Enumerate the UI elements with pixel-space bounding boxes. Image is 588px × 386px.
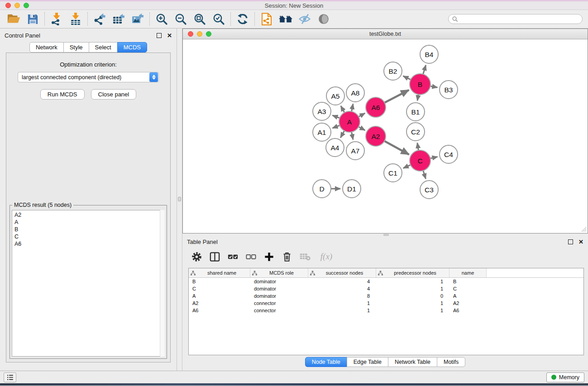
delete-columns-button[interactable] (279, 249, 295, 264)
run-mcds-button[interactable]: Run MCDS (40, 89, 85, 100)
search-input[interactable] (460, 16, 578, 22)
export-image-button[interactable] (129, 11, 146, 27)
network-canvas[interactable]: B4B2B3A8A5A3B1A1C2A4A7C4C1C3DD1BA6AA2C (183, 39, 588, 233)
vertical-split-divider[interactable] (177, 29, 182, 371)
column-header-name[interactable]: name (449, 268, 487, 277)
tab-mcds[interactable]: MCDS (117, 42, 147, 52)
mcds-result-item[interactable]: A6 (14, 240, 164, 248)
table-cell[interactable]: dominator (250, 278, 308, 285)
graph-node-B1[interactable]: B1 (406, 103, 425, 121)
graph-node-B2[interactable]: B2 (384, 62, 402, 80)
zoom-in-button[interactable] (153, 11, 170, 27)
graph-node-A7[interactable]: A7 (346, 142, 364, 160)
table-cell[interactable]: 1 (308, 300, 376, 307)
table-cell[interactable]: A (449, 292, 487, 300)
mcds-result-item[interactable]: B (14, 226, 164, 233)
tab-node-table[interactable]: Node Table (305, 357, 347, 367)
table-cell[interactable]: 8 (308, 292, 376, 300)
zoom-out-button[interactable] (172, 11, 189, 27)
network-graph[interactable]: B4B2B3A8A5A3B1A1C2A4A7C4C1C3DD1BA6AA2C (183, 39, 588, 233)
result-list-scrollbar[interactable] (160, 210, 165, 357)
houses-button[interactable] (277, 11, 294, 27)
network-zoom-icon[interactable] (206, 31, 211, 37)
table-row[interactable]: Cdominator41C (189, 285, 583, 292)
document-network-button[interactable] (258, 11, 275, 27)
mcds-result-item[interactable]: A2 (14, 211, 164, 219)
graph-node-D1[interactable]: D1 (343, 180, 361, 198)
minimize-window-icon[interactable] (14, 3, 20, 8)
tab-network[interactable]: Network (29, 42, 64, 52)
memory-button[interactable]: Memory (546, 372, 584, 382)
show-columns-button[interactable] (207, 249, 222, 264)
search-field[interactable] (448, 14, 583, 24)
column-header-mcds-role[interactable]: MCDS role (250, 268, 308, 277)
graph-node-B[interactable]: B (410, 74, 430, 95)
graph-node-A2[interactable]: A2 (366, 126, 386, 146)
network-close-icon[interactable] (188, 31, 193, 37)
table-cell[interactable]: dominator (250, 285, 308, 292)
graph-node-C3[interactable]: C3 (420, 181, 438, 199)
table-cell[interactable]: 1 (376, 300, 449, 307)
column-header-successor-nodes[interactable]: successor nodes (308, 268, 376, 277)
graph-node-A6[interactable]: A6 (366, 97, 386, 117)
table-cell[interactable]: 1 (376, 278, 449, 285)
graph-node-A8[interactable]: A8 (346, 84, 364, 102)
table-panel-close-icon[interactable]: ✕ (578, 239, 583, 245)
table-cell[interactable]: C (189, 285, 250, 292)
control-panel-close-icon[interactable]: ✕ (167, 33, 172, 38)
tab-motifs[interactable]: Motifs (437, 357, 465, 367)
select-all-columns-button[interactable] (225, 249, 240, 264)
graph-node-A3[interactable]: A3 (313, 102, 331, 120)
control-panel-float-icon[interactable] (157, 33, 162, 38)
refresh-button[interactable] (234, 11, 251, 27)
import-table-button[interactable] (67, 11, 84, 27)
eye-button[interactable] (316, 11, 332, 27)
table-settings-button[interactable] (189, 249, 204, 264)
divider-grip[interactable] (383, 234, 389, 236)
mcds-result-item[interactable]: C (14, 233, 164, 240)
graph-node-C[interactable]: C (410, 150, 430, 171)
network-minimize-icon[interactable] (197, 31, 202, 37)
import-network-button[interactable] (48, 11, 65, 27)
table-cell[interactable]: B (189, 278, 250, 285)
graph-node-A[interactable]: A (339, 111, 360, 132)
task-history-button[interactable] (4, 372, 16, 382)
graph-node-A1[interactable]: A1 (313, 123, 331, 141)
table-cell[interactable]: A2 (449, 300, 487, 307)
graph-node-C1[interactable]: C1 (384, 164, 402, 182)
export-network-button[interactable] (91, 11, 108, 27)
zoom-fit-button[interactable] (191, 11, 208, 27)
table-cell[interactable]: B (449, 278, 487, 285)
table-cell[interactable]: 1 (376, 307, 449, 314)
column-header-predecessor-nodes[interactable]: predecessor nodes (376, 268, 449, 277)
export-table-button[interactable] (110, 11, 127, 27)
table-row[interactable]: A2connector11A2 (189, 300, 583, 307)
graph-node-B4[interactable]: B4 (420, 45, 438, 63)
save-session-button[interactable] (24, 11, 41, 27)
table-row[interactable]: Bdominator41B (189, 278, 583, 285)
criterion-select[interactable]: largest connected component (directed) (18, 72, 159, 82)
table-cell[interactable]: connector (250, 307, 308, 314)
table-cell[interactable]: 0 (376, 292, 449, 300)
table-cell[interactable]: A (189, 292, 250, 300)
network-window-titlebar[interactable]: testGlobe.txt (183, 29, 588, 39)
table-cell[interactable]: 1 (376, 285, 449, 292)
table-cell[interactable]: A2 (189, 300, 250, 307)
table-cell[interactable]: connector (250, 300, 308, 307)
graph-node-C4[interactable]: C4 (440, 145, 458, 163)
column-header-shared-name[interactable]: shared name (189, 268, 250, 277)
tab-network-table[interactable]: Network Table (388, 357, 437, 367)
eye-hidden-button[interactable] (296, 11, 313, 27)
function-builder-button[interactable]: f(x) (316, 249, 337, 264)
tab-select[interactable]: Select (89, 42, 118, 52)
graph-node-A5[interactable]: A5 (326, 87, 344, 105)
close-panel-button[interactable]: Close panel (91, 89, 137, 100)
close-window-icon[interactable] (5, 3, 11, 8)
zoom-selected-button[interactable] (210, 11, 227, 27)
resize-grip-icon[interactable] (580, 226, 587, 232)
tab-edge-table[interactable]: Edge Table (347, 357, 388, 367)
table-row[interactable]: Adominator80A (189, 292, 583, 300)
table-panel-float-icon[interactable] (568, 239, 573, 244)
mcds-result-item[interactable]: A (14, 219, 164, 226)
graph-node-C2[interactable]: C2 (406, 123, 425, 141)
